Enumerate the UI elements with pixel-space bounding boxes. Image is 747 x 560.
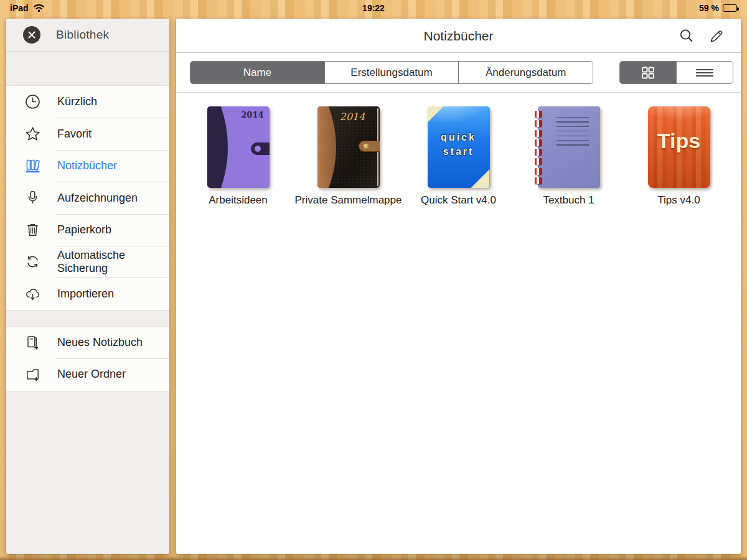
sidebar-item-papierkorb[interactable]: Papierkorb xyxy=(6,214,169,246)
notebook-grid: 2014 Arbeitsideen 2014 Private Sammelmap… xyxy=(176,93,741,207)
cover-year: 2014 xyxy=(241,110,263,119)
sidebar-item-kuerzlich[interactable]: Kürzlich xyxy=(6,86,169,118)
notebook-label: Quick Start v4.0 xyxy=(421,194,496,207)
star-icon xyxy=(23,126,42,142)
sidebar-actions-group: Neues Notizbuch Neuer Ordner xyxy=(6,326,169,391)
sidebar-item-label: Notizbücher xyxy=(57,159,117,172)
main-header: Notizbücher xyxy=(176,19,741,53)
list-view-icon xyxy=(694,66,715,80)
sidebar-spacer xyxy=(6,52,169,85)
cover-clasp xyxy=(251,142,270,155)
notebook-cover: 2014 xyxy=(207,106,270,188)
cover-corner xyxy=(428,106,444,123)
cloud-download-icon xyxy=(23,286,42,302)
cover-spiral-rings xyxy=(535,111,542,184)
new-notebook-icon xyxy=(23,334,42,351)
cover-title-text: Tips xyxy=(648,129,710,153)
sidebar-item-label: Favorit xyxy=(57,128,92,141)
sidebar-item-label: Importieren xyxy=(57,287,114,301)
sync-icon xyxy=(23,253,42,270)
status-time: 19:22 xyxy=(0,3,747,13)
sidebar-item-label: Automatische Sicherung xyxy=(57,249,160,274)
trash-icon xyxy=(23,222,42,238)
notebook-quick-start[interactable]: quick start Quick Start v4.0 xyxy=(403,106,514,207)
notebook-cover xyxy=(538,106,600,188)
notebook-label: Tips v4.0 xyxy=(657,194,700,207)
sidebar-gap xyxy=(6,310,169,326)
sidebar-title: Bibliothek xyxy=(56,28,109,42)
sidebar-nav-group: Kürzlich Favorit Notizbücher xyxy=(6,85,169,310)
cover-ruled-lines xyxy=(557,117,589,146)
screen: { "status_bar": { "device_label": "iPad"… xyxy=(0,0,747,560)
page-title: Notizbücher xyxy=(176,19,741,53)
sidebar-item-label: Papierkorb xyxy=(57,223,111,236)
sidebar-action-label: Neues Notizbuch xyxy=(57,336,143,349)
sidebar-action-label: Neuer Ordner xyxy=(57,368,126,381)
new-folder-icon xyxy=(23,366,42,383)
cover-strap xyxy=(359,141,380,152)
battery-label: 59 % xyxy=(699,3,719,13)
search-icon[interactable] xyxy=(677,27,696,45)
notebook-label: Textbuch 1 xyxy=(543,194,594,207)
notebook-label: Private Sammelmappe xyxy=(295,194,402,207)
sidebar-action-neuer-ordner[interactable]: Neuer Ordner xyxy=(6,358,169,390)
cover-title-text: quick start xyxy=(428,130,490,159)
sidebar: Bibliothek Kürzlich Favorit xyxy=(6,19,169,554)
main-panel: Notizbücher Name Erstellungsdatum Änderu… xyxy=(176,19,741,554)
sidebar-item-label: Kürzlich xyxy=(57,95,97,108)
sort-tab-name[interactable]: Name xyxy=(190,62,324,83)
sidebar-item-aufzeichnungen[interactable]: Aufzeichnungen xyxy=(6,182,169,213)
cover-year: 2014 xyxy=(340,111,365,123)
sort-tab-erstellungsdatum[interactable]: Erstellungsdatum xyxy=(324,62,459,83)
clock-icon xyxy=(23,93,42,110)
sidebar-item-favorit[interactable]: Favorit xyxy=(6,118,169,149)
notebook-cover: 2014 xyxy=(317,106,380,188)
microphone-icon xyxy=(23,189,42,206)
sidebar-item-importieren[interactable]: Importieren xyxy=(6,278,169,309)
grid-view-icon xyxy=(639,66,657,80)
sidebar-action-neues-notizbuch[interactable]: Neues Notizbuch xyxy=(6,327,169,358)
notebook-cover: quick start xyxy=(428,106,490,188)
view-mode-toggle xyxy=(619,61,733,84)
notebook-private-sammelmappe[interactable]: 2014 Private Sammelmappe xyxy=(293,106,403,207)
cover-corner xyxy=(471,169,490,188)
sort-segmented-control: Name Erstellungsdatum Änderungsdatum xyxy=(190,61,593,84)
sidebar-item-automatische-sicherung[interactable]: Automatische Sicherung xyxy=(6,246,169,278)
notebook-textbuch-1[interactable]: Textbuch 1 xyxy=(514,106,624,207)
pencil-icon[interactable] xyxy=(707,27,726,45)
battery-icon xyxy=(723,4,737,12)
grid-view-button[interactable] xyxy=(620,62,676,83)
sidebar-header: Bibliothek xyxy=(6,19,169,52)
toolbar: Name Erstellungsdatum Änderungsdatum xyxy=(176,53,741,93)
status-bar: 19:22 iPad 59 % xyxy=(0,0,747,16)
close-icon[interactable] xyxy=(22,26,41,44)
notebook-label: Arbeitsideen xyxy=(209,194,268,207)
sidebar-item-label: Aufzeichnungen xyxy=(57,192,138,205)
sidebar-item-notizbuecher[interactable]: Notizbücher xyxy=(6,150,169,182)
books-shelf-icon xyxy=(23,157,42,174)
list-view-button[interactable] xyxy=(676,62,733,83)
notebook-cover: Tips xyxy=(648,106,710,188)
notebook-arbeitsideen[interactable]: 2014 Arbeitsideen xyxy=(183,106,293,207)
notebook-tips[interactable]: Tips Tips v4.0 xyxy=(624,106,734,207)
sort-tab-aenderungsdatum[interactable]: Änderungsdatum xyxy=(458,62,593,83)
